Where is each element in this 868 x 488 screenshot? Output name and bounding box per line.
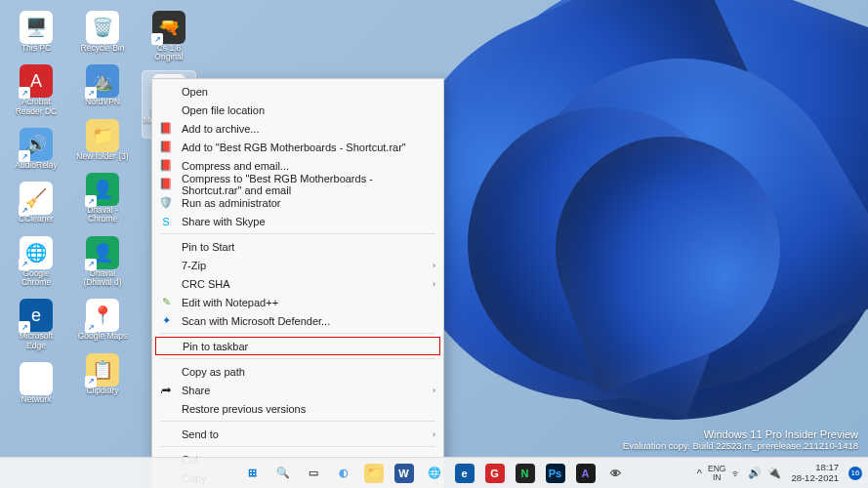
menu-item[interactable]: CRC SHA› <box>152 274 443 293</box>
menu-item-label: Restore previous versions <box>182 403 435 415</box>
menu-item-icon <box>158 84 174 100</box>
app-icon: 👤↗ <box>86 173 119 206</box>
menu-item[interactable]: 📕Add to archive... <box>152 119 443 138</box>
menu-item[interactable]: Restore previous versions <box>152 399 443 418</box>
chrome-icon[interactable]: 🌐 <box>421 460 448 487</box>
app-n-icon[interactable]: N <box>512 460 539 487</box>
app-icon: 📋↗ <box>86 353 119 386</box>
app-icon: 🗑️ <box>86 11 119 44</box>
menu-item[interactable]: Pin to Start <box>152 237 443 256</box>
desktop-icon[interactable]: 📁New folder (3) <box>76 116 129 164</box>
menu-item-icon <box>158 258 174 273</box>
app-g-icon[interactable]: G <box>481 460 509 487</box>
start-button[interactable]: ⊞ <box>239 460 267 487</box>
app-a-icon[interactable]: A <box>572 460 599 487</box>
shortcut-arrow-icon: ↗ <box>85 321 97 333</box>
desktop-icon[interactable]: 🖧Network <box>10 359 62 407</box>
shortcut-arrow-icon: ↗ <box>151 33 163 45</box>
menu-item-label: Edit with Notepad++ <box>182 297 435 308</box>
desktop-icon[interactable]: 🧹↗CCleaner <box>10 179 62 226</box>
search-button[interactable]: 🔍 <box>269 460 297 487</box>
volume-icon[interactable]: 🔊 <box>748 467 762 479</box>
notification-badge[interactable]: 16 <box>848 467 862 480</box>
menu-item-icon <box>158 239 174 255</box>
desktop-icon[interactable]: 📋↗Clipdiary <box>76 350 129 398</box>
menu-item-icon <box>158 364 174 380</box>
taskbar-clock[interactable]: 18:17 28-12-2021 <box>791 463 839 483</box>
menu-item-icon: ⮫ <box>158 383 174 398</box>
menu-item[interactable]: SShare with Skype <box>152 212 443 230</box>
desktop-icon[interactable]: A↗Acrobat Reader DC <box>10 61 62 119</box>
taskbar-app-icon: e <box>455 464 475 483</box>
power-icon[interactable]: 🔌 <box>767 467 781 479</box>
windows-watermark: Windows 11 Pro Insider Preview Evaluatio… <box>623 428 858 451</box>
explorer-icon[interactable]: 📁 <box>360 460 388 487</box>
desktop-icon-label: Cs 1.6 Original <box>143 44 195 62</box>
menu-item-label: Share with Skype <box>182 216 435 227</box>
menu-item-label: Open file location <box>182 104 435 116</box>
shortcut-arrow-icon: ↗ <box>85 87 97 99</box>
taskbar-app-icon: A <box>576 464 596 483</box>
menu-item[interactable]: ⮫Share› <box>152 381 443 399</box>
desktop-icon[interactable]: 📍↗Google Maps <box>76 296 129 344</box>
menu-item[interactable]: Pin to taskbar <box>155 337 440 355</box>
desktop-icon[interactable]: 🔊↗AudioRelay <box>10 125 62 173</box>
menu-item-label: Pin to taskbar <box>183 341 434 352</box>
menu-item[interactable]: Open <box>152 82 443 101</box>
menu-item-label: 7-Zip <box>182 260 425 271</box>
menu-item[interactable]: 📕Add to "Best RGB Motherboards - Shortcu… <box>152 138 443 156</box>
menu-item-icon <box>159 339 175 354</box>
wifi-icon[interactable]: ᯤ <box>731 468 742 479</box>
desktop-icon-label: Clipdiary <box>86 386 118 395</box>
app-icon: 🔊↗ <box>20 128 53 161</box>
desktop-icon[interactable]: 🔫↗Cs 1.6 Original <box>143 8 195 65</box>
shortcut-arrow-icon: ↗ <box>19 321 30 333</box>
menu-item[interactable]: 📕Compress to "Best RGB Motherboards - Sh… <box>152 175 443 193</box>
menu-item[interactable]: 🛡️Run as administrator <box>152 193 443 212</box>
desktop-icon-label: This PC <box>21 44 51 53</box>
menu-item-label: Send to <box>182 428 425 440</box>
desktop-icon[interactable]: 🖥️This PC <box>10 8 62 56</box>
desktop-icon[interactable]: 🌐↗Google Chrome <box>10 233 62 291</box>
shortcut-arrow-icon: ↗ <box>19 259 30 270</box>
taskbar-app-icon: ▭ <box>304 464 323 483</box>
desktop-icon-label: CCleaner <box>19 215 54 224</box>
menu-item[interactable]: Open file location <box>152 101 443 119</box>
task-view-button[interactable]: ▭ <box>300 460 327 487</box>
menu-item-icon <box>158 102 174 118</box>
widgets-button[interactable]: ◐ <box>330 460 357 487</box>
desktop-icon[interactable]: ⛰️↗NordVPN <box>76 61 129 109</box>
menu-item[interactable]: Send to› <box>152 425 443 443</box>
menu-item-label: Run as administrator <box>182 197 435 209</box>
desktop-icon-label: Dhaval (Dhaval d) <box>76 269 129 288</box>
desktop-icon[interactable]: 👤↗Dhaval - Chrome <box>76 170 129 227</box>
desktop-icon-label: AudioRelay <box>15 161 57 170</box>
shortcut-arrow-icon: ↗ <box>85 259 97 270</box>
quicklook-icon[interactable]: 👁 <box>602 460 630 487</box>
submenu-arrow-icon: › <box>433 386 435 395</box>
edge-icon[interactable]: e <box>451 460 478 487</box>
taskbar-center: ⊞🔍▭◐📁W🌐eGNPsA👁 <box>239 458 630 488</box>
menu-item[interactable]: Copy as path <box>152 362 443 381</box>
menu-item-label: CRC SHA <box>182 278 425 290</box>
menu-item-icon <box>158 276 174 292</box>
photoshop-icon[interactable]: Ps <box>542 460 569 487</box>
taskbar-app-icon: G <box>485 464 505 483</box>
taskbar-app-icon: ⊞ <box>243 464 263 483</box>
language-indicator[interactable]: ENG IN <box>708 465 725 481</box>
desktop-icon-label: Microsoft Edge <box>10 332 62 350</box>
desktop-icon[interactable]: 👤↗Dhaval (Dhaval d) <box>76 233 129 291</box>
menu-item-icon <box>158 401 174 417</box>
menu-separator <box>160 358 435 359</box>
menu-item[interactable]: 7-Zip› <box>152 256 443 274</box>
tray-chevron-up-icon[interactable]: ^ <box>697 468 702 479</box>
menu-item-label: Copy as path <box>182 366 435 378</box>
menu-item-icon: 📕 <box>158 158 174 174</box>
desktop-icon[interactable]: 🗑️Recycle Bin <box>76 8 129 56</box>
word-icon[interactable]: W <box>391 460 418 487</box>
menu-item[interactable]: ✎Edit with Notepad++ <box>152 293 443 311</box>
taskbar-app-icon: Ps <box>546 464 565 483</box>
menu-item[interactable]: ✦Scan with Microsoft Defender... <box>152 311 443 330</box>
desktop-icon[interactable]: e↗Microsoft Edge <box>10 296 62 353</box>
menu-item-icon <box>158 427 174 442</box>
